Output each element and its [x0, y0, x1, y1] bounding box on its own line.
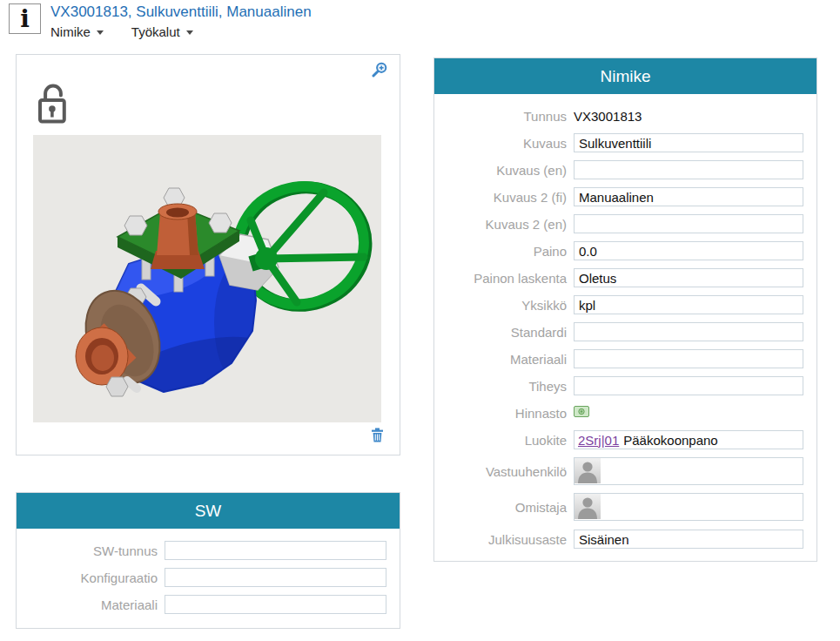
konfiguraatio-input[interactable]: [165, 568, 386, 587]
tunnus-value: VX3001813: [574, 109, 642, 124]
luokite-label: Luokite: [440, 433, 567, 448]
omistaja-field[interactable]: [574, 493, 803, 521]
field-row-yksikko: Yksikkö: [434, 295, 803, 314]
standardi-input[interactable]: [574, 322, 803, 341]
kuvaus2-en-label: Kuvaus 2 (en): [440, 217, 567, 232]
sw-tunnus-input[interactable]: [165, 541, 386, 560]
menu-nimike-label: Nimike: [50, 24, 91, 39]
valve-3d-view[interactable]: [33, 135, 381, 422]
kuvaus2-fi-label: Kuvaus 2 (fi): [440, 190, 567, 205]
vastuuhenkilo-label: Vastuuhenkilö: [440, 464, 567, 479]
yksikko-input[interactable]: [574, 295, 803, 314]
trash-icon[interactable]: [371, 428, 384, 445]
sw-panel-title: SW: [17, 493, 400, 529]
image-panel: [16, 54, 400, 455]
painon-laskenta-input[interactable]: [574, 268, 803, 287]
konfiguraatio-label: Konfiguraatio: [23, 570, 158, 585]
menu-nimike[interactable]: Nimike: [50, 24, 104, 39]
zoom-in-icon[interactable]: [372, 62, 387, 80]
paino-input[interactable]: [574, 241, 803, 260]
julkisuusaste-input[interactable]: [574, 530, 803, 549]
field-row-tunnus: Tunnus VX3001813: [434, 106, 803, 125]
materiaali-input[interactable]: [574, 349, 803, 368]
menu-tyokalut[interactable]: Työkalut: [131, 24, 193, 39]
sw-tunnus-label: SW-tunnus: [23, 543, 158, 558]
kuvaus-input[interactable]: [574, 133, 803, 152]
money-icon[interactable]: [574, 405, 589, 421]
field-row-vastuuhenkilo: Vastuuhenkilö: [434, 457, 803, 485]
nimike-panel: Nimike Tunnus VX3001813 Kuvaus Kuvaus (e…: [433, 57, 817, 562]
vastuuhenkilo-field[interactable]: [574, 457, 803, 485]
paino-label: Paino: [440, 244, 567, 259]
menubar: Nimike Työkalut: [50, 24, 193, 39]
luokite-text: Pääkokoonpano: [623, 433, 717, 448]
luokite-field: 2Srj|01 Pääkokoonpano: [574, 430, 803, 449]
field-row-tiheys: Tiheys: [434, 376, 803, 395]
field-row-omistaja: Omistaja: [434, 493, 803, 521]
painon-laskenta-label: Painon laskenta: [440, 271, 567, 286]
info-icon: i: [9, 3, 41, 34]
page-title: VX3001813, Sulkuventtiili, Manuaalinen: [50, 3, 312, 21]
nimike-panel-title: Nimike: [434, 58, 816, 94]
field-row-materiaali: Materiaali: [434, 349, 803, 368]
field-row-luokite: Luokite 2Srj|01 Pääkokoonpano: [434, 430, 803, 449]
field-row-standardi: Standardi: [434, 322, 803, 341]
field-row-konfiguraatio: Konfiguraatio: [17, 568, 386, 587]
tiheys-label: Tiheys: [440, 379, 567, 394]
field-row-sw-tunnus: SW-tunnus: [17, 541, 386, 560]
chevron-down-icon: [186, 30, 193, 35]
julkisuusaste-label: Julkisuusaste: [440, 532, 567, 547]
luokite-link[interactable]: 2Srj|01: [578, 433, 619, 448]
field-row-kuvaus-en: Kuvaus (en): [434, 160, 803, 179]
unlock-icon: [37, 82, 70, 129]
menu-tyokalut-label: Työkalut: [131, 24, 180, 39]
sw-materiaali-input[interactable]: [165, 595, 386, 614]
field-row-julkisuusaste: Julkisuusaste: [434, 530, 803, 549]
field-row-kuvaus: Kuvaus: [434, 133, 803, 152]
sw-panel: SW SW-tunnus Konfiguraatio Materiaali: [16, 492, 400, 629]
field-row-paino: Paino: [434, 241, 803, 260]
kuvaus2-en-input[interactable]: [574, 214, 803, 233]
standardi-label: Standardi: [440, 325, 567, 340]
hinnasto-label: Hinnasto: [440, 406, 567, 421]
kuvaus2-fi-input[interactable]: [574, 187, 803, 206]
sw-materiaali-label: Materiaali: [23, 597, 158, 612]
chevron-down-icon: [97, 30, 104, 35]
field-row-sw-materiaali: Materiaali: [17, 595, 386, 614]
avatar-icon: [575, 493, 601, 521]
field-row-painon-laskenta: Painon laskenta: [434, 268, 803, 287]
avatar-icon: [575, 457, 601, 485]
field-row-kuvaus2-en: Kuvaus 2 (en): [434, 214, 803, 233]
materiaali-label: Materiaali: [440, 352, 567, 367]
tiheys-input[interactable]: [574, 376, 803, 395]
kuvaus-en-input[interactable]: [574, 160, 803, 179]
field-row-hinnasto: Hinnasto: [434, 403, 803, 422]
info-icon-letter: i: [20, 7, 30, 31]
valve-3d-model: [33, 135, 381, 422]
omistaja-label: Omistaja: [440, 500, 567, 515]
kuvaus-label: Kuvaus: [440, 136, 567, 151]
yksikko-label: Yksikkö: [440, 298, 567, 313]
kuvaus-en-label: Kuvaus (en): [440, 163, 567, 178]
tunnus-label: Tunnus: [440, 109, 567, 124]
field-row-kuvaus2-fi: Kuvaus 2 (fi): [434, 187, 803, 206]
